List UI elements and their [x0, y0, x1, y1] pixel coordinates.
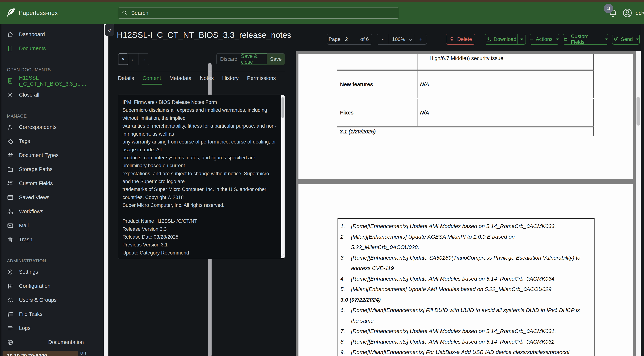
username[interactable]: ed [636, 2, 642, 24]
sidebar-item-documentation[interactable]: Documentation [0, 335, 104, 349]
sidebar-scrollbar[interactable] [104, 24, 108, 356]
content-textarea[interactable]: IPMI Firmware / BIOS Release Notes Form … [118, 94, 285, 259]
download-label: Download [494, 36, 516, 42]
sidebar-section-open-documents: OPEN DOCUMENTS [0, 66, 104, 74]
zoom-control-group: - 100% + [377, 34, 427, 44]
pdf-viewer[interactable]: High/6.7 Middle)) security issue New fea… [296, 51, 641, 356]
file-icon [7, 45, 14, 52]
download-button[interactable]: Download [485, 34, 526, 44]
sidebar-item-label: Storage Paths [19, 166, 52, 172]
sidebar-section-administration: ADMINISTRATION [0, 257, 104, 265]
caret-down-icon [605, 38, 608, 40]
editor-forward-button[interactable]: → [138, 54, 149, 65]
sidebar-item-users-groups[interactable]: Users & Groups [0, 293, 104, 307]
page-label: Page [327, 34, 342, 44]
sidebar-item-logs[interactable]: Logs [0, 321, 104, 335]
tab-metadata[interactable]: Metadata [170, 75, 192, 84]
pdf-scrollbar[interactable] [636, 51, 641, 356]
text-lines-icon [7, 325, 14, 332]
sidebar-item-correspondents[interactable]: Correspondents [0, 120, 104, 134]
sidebar-item-configuration[interactable]: Configuration [0, 279, 104, 293]
sidebar-item-h12ssl-i-c-ct-nt-bios-3-3-rel[interactable]: H12SSL-i_C_CT_NT_BIOS_3.3_rel... [0, 74, 104, 88]
sidebar-item-workflows[interactable]: Workflows [0, 204, 104, 218]
pdf-scrollbar-thumb[interactable] [636, 97, 640, 126]
zoom-level-value: 100% [392, 36, 405, 42]
trash-icon [449, 36, 455, 42]
editor-close-button[interactable]: × [118, 54, 128, 65]
page-number-group: Page of 6 [327, 34, 372, 44]
page-number-input-wrap [342, 34, 357, 44]
actions-button[interactable]: Actions [530, 34, 559, 44]
app-header: Paperless-ngx 3 ed [0, 2, 644, 24]
sidebar-item-file-tasks[interactable]: File Tasks [0, 307, 104, 321]
sidebar-item-storage-paths[interactable]: Storage Paths [0, 162, 104, 176]
textarea-scrollbar-thumb[interactable] [282, 97, 284, 118]
sidebar-item-document-types[interactable]: Document Types [0, 148, 104, 162]
save-button[interactable]: Save [267, 54, 284, 65]
sidebar-item-label: Logs [19, 325, 30, 331]
delete-button[interactable]: Delete [446, 34, 475, 44]
user-menu-caret-icon[interactable] [642, 12, 644, 14]
zoom-level-select[interactable]: 100% [389, 34, 415, 44]
sidebar-item-dashboard[interactable]: Dashboard [0, 28, 104, 42]
gear-icon [7, 269, 14, 275]
tab-notes[interactable]: Notes [200, 75, 214, 84]
tab-content[interactable]: Content [142, 75, 161, 84]
sidebar: DashboardDocumentsOPEN DOCUMENTSH12SSL-i… [0, 24, 104, 356]
sidebar-item-label: Documents [19, 46, 46, 52]
tab-details[interactable]: Details [118, 75, 134, 84]
brand-name: Paperless-ngx [18, 2, 58, 24]
sliders-icon [7, 283, 14, 289]
sidebar-item-label: Documentation [48, 339, 84, 345]
download-dropdown-button[interactable] [517, 34, 526, 44]
sidebar-item-label: Close all [19, 92, 39, 98]
sidebar-item-custom-fields[interactable]: Custom Fields [0, 176, 104, 190]
sidebar-item-mail[interactable]: Mail [0, 218, 104, 232]
zoom-in-button[interactable]: + [415, 34, 426, 44]
sidebar-item-label: Custom Fields [19, 180, 53, 186]
sidebar-item-settings[interactable]: Settings [0, 265, 104, 279]
tab-history[interactable]: History [222, 75, 238, 84]
sidebar-item-label: Configuration [19, 283, 50, 289]
save-and-close-button[interactable]: Save & close [241, 54, 267, 65]
sidebar-collapse-button[interactable]: « [105, 24, 114, 36]
list-item-number: 8. [340, 336, 351, 347]
editor-back-button[interactable]: ← [128, 54, 138, 65]
sidebar-item-trash[interactable]: Trash [0, 232, 104, 247]
list-item-number: 4. [340, 274, 351, 284]
table-row-partial: High/6.7 Middle)) security issue [337, 54, 594, 70]
sidebar-item-label: Dashboard [19, 32, 45, 38]
list-item-text: [Rome][Milan][Enhancements] Fill DUID wi… [351, 305, 582, 326]
sidebar-item-tags[interactable]: Tags [0, 134, 104, 148]
sidebar-item-label: Correspondents [19, 124, 56, 130]
sidebar-item-label: Workflows [19, 208, 43, 214]
discard-button[interactable]: Discard [217, 54, 241, 65]
send-button[interactable]: Send [612, 34, 640, 44]
close-icon: × [122, 56, 125, 62]
release-notes-list: 1.[Rome][Enhancements] Update AMI Module… [338, 218, 594, 356]
custom-fields-button[interactable]: Custom Fields [563, 34, 608, 44]
user-avatar-icon[interactable] [622, 8, 633, 18]
page-number-input[interactable] [342, 36, 357, 42]
feather-logo-icon [6, 7, 16, 18]
send-label: Send [621, 36, 633, 42]
list-item-text: [Rome][Enhancements] Update AMI Modules … [351, 274, 582, 284]
resize-grip-icon[interactable] [280, 254, 284, 258]
search-input[interactable] [131, 10, 399, 16]
table-cell-label [337, 54, 417, 70]
search-box[interactable] [118, 7, 399, 18]
sidebar-item-saved-views[interactable]: Saved Views [0, 190, 104, 204]
tab-permissions[interactable]: Permissions [247, 75, 276, 84]
zoom-out-button[interactable]: - [377, 34, 389, 44]
custom-fields-label: Custom Fields [571, 34, 602, 45]
sidebar-item-label: H12SSL-i_C_CT_NT_BIOS_3.3_rel... [19, 75, 104, 87]
window-right-strip [641, 24, 644, 356]
custom-fields-icon [7, 180, 14, 187]
list-item-number: 2. [340, 232, 351, 252]
sidebar-item-label: File Tasks [19, 311, 42, 317]
textarea-scrollbar[interactable] [281, 95, 284, 258]
custom-fields-icon [563, 36, 568, 42]
sidebar-item-close-all[interactable]: Close all [0, 88, 104, 102]
file-text-icon [7, 78, 14, 84]
sidebar-item-documents[interactable]: Documents [0, 42, 104, 56]
